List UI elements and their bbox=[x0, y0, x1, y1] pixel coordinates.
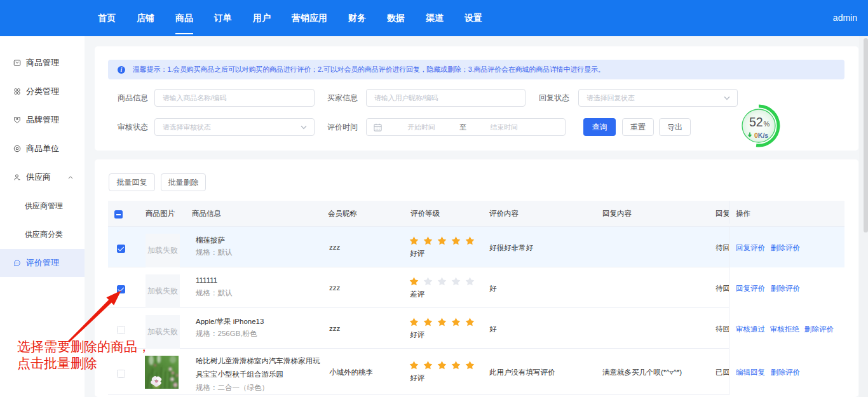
svg-text:0K/s: 0K/s bbox=[754, 131, 768, 139]
svg-text:52: 52 bbox=[749, 115, 763, 129]
svg-text:%: % bbox=[764, 120, 770, 128]
